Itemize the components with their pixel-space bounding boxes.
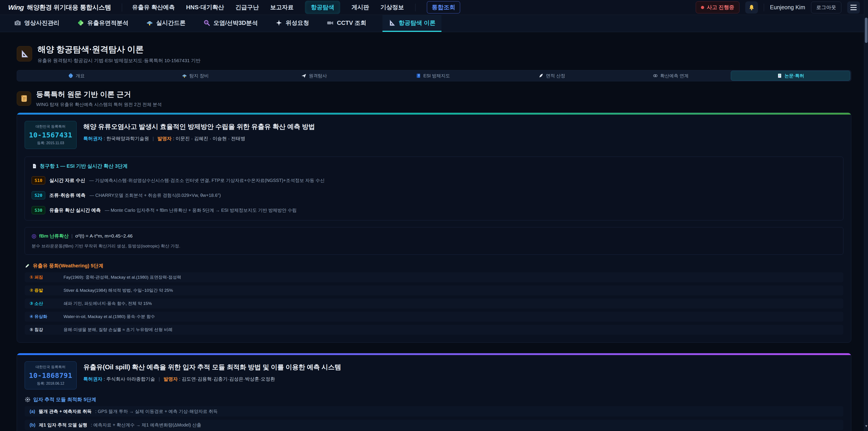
step-desc: — Monte Carlo 입자추적 + fBm 난류확산 + 풍화 5단계 →… bbox=[105, 207, 297, 213]
tab-diffusion-link[interactable]: 확산예측 연계 bbox=[611, 70, 730, 81]
section-subtitle: WING 탑재 유출유 확산예측 시스템의 특허 원전 2건 전체 분석 bbox=[36, 101, 162, 107]
patent-number: 10-1567431 bbox=[29, 131, 72, 139]
patent1-title: 해양 유류오염사고 발생시 효율적인 방제방안 수립을 위한 유출유 확산 예측… bbox=[84, 122, 315, 131]
claim-step-s30: S30 유출유 확산 실시간 예측 — Monte Carlo 입자추적 + f… bbox=[32, 206, 836, 214]
patent2-meta: 특허권자 : 주식회사 아라종합기술 | 발명자 : 김도연·김용혁·김충기·김… bbox=[84, 376, 341, 382]
tab-label: 원격탐사 bbox=[309, 73, 327, 79]
document-icon bbox=[777, 73, 782, 79]
owner-value: : 주식회사 아라종합기술 bbox=[103, 376, 155, 381]
incident-label: 사고 진행중 bbox=[707, 4, 734, 11]
incident-status-badge: 사고 진행중 bbox=[696, 1, 739, 13]
scrollbar-down-arrow-icon[interactable]: ▼ bbox=[865, 424, 868, 428]
patent-card-1: 대한민국 등록특허 10-1567431 등록: 2015.11.03 해양 유… bbox=[17, 113, 851, 343]
subtab-photo-management[interactable]: 영상사진관리 bbox=[13, 15, 61, 32]
patent1-meta: 특허권자 : 한국해양과학기술원 | 발명자 : 이문진 · 김혜진 · 이승현… bbox=[84, 135, 315, 142]
topbar-right: 사고 진행중 Eunjeong Kim 로그아웃 bbox=[696, 1, 860, 13]
tab-label: 확산예측 연계 bbox=[660, 73, 689, 79]
fbm-divider: | bbox=[71, 233, 72, 239]
triangle-ruler-icon bbox=[20, 49, 29, 58]
nav-emergency-rescue[interactable]: 긴급구난 bbox=[235, 3, 259, 11]
step-code: S20 bbox=[32, 191, 45, 199]
claim-header-text: 청구항 1 — ESI 기반 실시간 확산 3단계 bbox=[40, 163, 128, 170]
fbm-headline: ◎ fBm 난류확산 | σ²(t) = A·t^m, m=0.45~2.46 bbox=[32, 233, 836, 239]
tab-detection-equipment[interactable]: 탐지 장비 bbox=[136, 70, 255, 81]
tab-esi-map[interactable]: ESI 방제지도 bbox=[373, 70, 492, 81]
main-content: 해양 항공탐색·원격탐사 이론 유출유 원격탐지·항공감시 기법·ESI 방제정… bbox=[0, 44, 868, 431]
patent-reg-date: 등록: 2015.11.03 bbox=[29, 141, 72, 146]
nav-aerial-search[interactable]: 항공탐색 bbox=[305, 1, 340, 14]
nav-integrated-search[interactable]: 통합조회 bbox=[427, 1, 460, 13]
nav-oil-spill-prediction[interactable]: 유출유 확산예측 bbox=[132, 3, 175, 11]
optimization-section: 입자 추적 모듈 최적화 5단계 (a) 뜰개 관측 + 예측자료 취득 : G… bbox=[25, 396, 843, 431]
section-header: 등록특허 원문 기반 이론 근거 WING 탑재 유출유 확산예측 시스템의 특… bbox=[17, 90, 851, 107]
scroll-icon bbox=[20, 94, 28, 103]
weathering-header: 유출유 풍화(Weathering) 5단계 bbox=[25, 263, 843, 269]
tab-remote-sensing[interactable]: 원격탐사 bbox=[254, 70, 373, 81]
nav-hns-air-diffusion[interactable]: HNS·대기확산 bbox=[186, 3, 224, 11]
subtab-label: 오염/선박3D분석 bbox=[213, 19, 258, 27]
vertical-scrollbar[interactable]: ▼ bbox=[864, 0, 868, 431]
tab-area-calculation[interactable]: 면적 산정 bbox=[492, 70, 611, 81]
tab-label: 면적 산정 bbox=[546, 73, 565, 79]
tab-papers-patents[interactable]: 논문·특허 bbox=[731, 71, 850, 81]
claim-step-s10: S10 실시간 자료 수신 — 기상예측시스템·위성영상수신시스템·검조소 인터… bbox=[32, 176, 836, 184]
subtab-realtime-drone[interactable]: 실시간드론 bbox=[145, 15, 187, 32]
section-icon-box bbox=[17, 91, 31, 106]
user-name: Eunjeong Kim bbox=[770, 4, 805, 11]
link-icon bbox=[653, 73, 658, 79]
tab-label: 개요 bbox=[76, 73, 85, 79]
tab-label: ESI 방제지도 bbox=[423, 73, 450, 79]
divider bbox=[415, 4, 415, 11]
nav-board[interactable]: 게시판 bbox=[351, 3, 369, 11]
page-header: 해양 항공탐색·원격탐사 이론 유출유 원격탐지·항공감시 기법·ESI 방제정… bbox=[17, 44, 851, 64]
weathering-stage: ③ 소산 bbox=[30, 301, 64, 306]
globe-icon bbox=[68, 73, 73, 79]
subtab-label: 위성요청 bbox=[285, 19, 309, 27]
main-nav: 유출유 확산예측 HNS·대기확산 긴급구난 보고자료 항공탐색 게시판 기상정… bbox=[132, 1, 460, 14]
nav-weather-info[interactable]: 기상정보 bbox=[380, 3, 404, 11]
weathering-stage: ① 퍼짐 bbox=[30, 274, 64, 280]
patent-card-2: 대한민국 등록특허 10-1868791 등록: 2018.06.12 유출유(… bbox=[17, 353, 851, 431]
step-desc: : GPS 뜰개 투하 → 실제 이동경로 + 예측 기상·해양자료 취득 bbox=[95, 408, 218, 414]
step-desc: — CHARRY모델 조회분석 + 취송류 경험식(0.029×Vw, θw+1… bbox=[90, 192, 221, 198]
step-key: (b) bbox=[30, 423, 35, 428]
patent2-title: 유출유(Oil spill) 확산 예측을 위한 입자 추적 모듈 최적화 방법… bbox=[84, 363, 341, 372]
patent-reg-date: 등록: 2018.06.12 bbox=[29, 381, 72, 386]
weathering-row-3: ③ 소산 쇄파 기인, 파도에너지·풍속 함수, 전체 약 15% bbox=[25, 299, 843, 308]
fbm-formula: σ²(t) = A·t^m, m=0.45~2.46 bbox=[75, 233, 132, 239]
claim-box: 청구항 1 — ESI 기반 실시간 확산 3단계 S10 실시간 자료 수신 … bbox=[25, 157, 843, 220]
page-icon bbox=[32, 163, 37, 169]
patent-country: 대한민국 등록특허 bbox=[29, 365, 72, 370]
step-code: S10 bbox=[32, 176, 45, 184]
patent-number: 10-1868791 bbox=[29, 371, 72, 379]
hamburger-icon bbox=[850, 5, 857, 10]
subtab-aerial-search-theory[interactable]: 항공탐색 이론 bbox=[382, 15, 441, 32]
page-title: 해양 항공탐색·원격탐사 이론 bbox=[37, 44, 200, 55]
patent1-header: 대한민국 등록특허 10-1567431 등록: 2015.11.03 해양 유… bbox=[25, 121, 843, 149]
weathering-stage: ⑤ 침강 bbox=[30, 327, 64, 333]
bell-icon bbox=[748, 4, 755, 11]
weathering-stage: ④ 유상화 bbox=[30, 314, 64, 319]
subtab-cctv[interactable]: CCTV 조회 bbox=[325, 15, 368, 32]
subtab-satellite-request[interactable]: 위성요청 bbox=[274, 15, 310, 32]
subtab-pollution-ship-3d[interactable]: 오염/선박3D분석 bbox=[202, 15, 259, 32]
inventor-label: 발명자 bbox=[157, 136, 172, 141]
cctv-icon bbox=[327, 19, 334, 26]
subtab-label: 유출유면적분석 bbox=[87, 19, 128, 27]
notification-bell-button[interactable] bbox=[745, 1, 758, 13]
subtab-oil-area-analysis[interactable]: 유출유면적분석 bbox=[76, 15, 130, 32]
menu-button[interactable] bbox=[847, 1, 860, 13]
incident-dot-icon bbox=[701, 6, 704, 9]
scrollbar-thumb[interactable] bbox=[865, 18, 868, 43]
tab-overview[interactable]: 개요 bbox=[17, 70, 136, 81]
airplane-icon bbox=[301, 73, 307, 79]
optimization-step-b: (b) 제1 입자 추적 모델 실행 : 예측자료 + 확산계수 → 제1 예측… bbox=[25, 420, 843, 430]
nav-reports[interactable]: 보고자료 bbox=[270, 3, 293, 11]
weathering-row-2: ② 증발 Stiver & Mackay(1984) 해석적 방법, 수일~10… bbox=[25, 285, 843, 296]
optimization-step-a: (a) 뜰개 관측 + 예측자료 취득 : GPS 뜰개 투하 → 실제 이동경… bbox=[25, 406, 843, 417]
logout-button[interactable]: 로그아웃 bbox=[811, 2, 841, 13]
tab-label: 탐지 장비 bbox=[189, 73, 209, 79]
magnifier-icon bbox=[203, 19, 211, 26]
step-name: 뜰개 관측 + 예측자료 취득 bbox=[39, 408, 92, 414]
brand-logo: Wing bbox=[8, 4, 24, 11]
